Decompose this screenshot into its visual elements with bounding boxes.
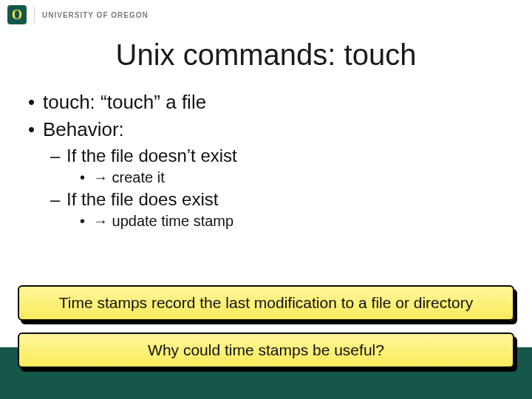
bullet-dot-icon: • [80,169,93,186]
slide-header: O UNIVERSITY OF OREGON [0,0,532,27]
bullet-text: If the file does exist [66,189,218,210]
slide-body: • touch: “touch” a file • Behavior: – If… [0,72,532,230]
bullet-level2: – If the file does exist [50,189,504,210]
bullet-text: → create it [93,169,165,186]
callout-box: Time stamps record the last modification… [18,285,514,321]
bullet-dash-icon: – [50,189,66,210]
university-name: UNIVERSITY OF OREGON [42,11,149,19]
bullet-dash-icon: – [50,146,66,166]
bullet-level2: – If the file doesn’t exist [50,146,504,166]
slide-title: Unix commands: touch [0,38,532,72]
bullet-dot-icon: • [28,91,43,114]
bullet-dot-icon: • [80,213,93,230]
bullet-level1: • Behavior: [28,118,504,141]
bullet-text: → update time stamp [93,213,233,230]
bullet-text: If the file doesn’t exist [66,146,237,166]
uo-logo-letter: O [12,7,22,23]
callout-box: Why could time stamps be useful? [18,332,514,368]
bullet-level3: • → create it [80,169,504,186]
bullet-dot-icon: • [28,118,43,141]
callout-stack: Time stamps record the last modification… [0,285,532,380]
bullet-level3: • → update time stamp [80,213,504,230]
bullet-level1: • touch: “touch” a file [28,91,504,114]
uo-logo: O [7,5,27,24]
bullet-text: touch: “touch” a file [43,91,206,114]
bullet-text: Behavior: [43,118,124,141]
header-divider [34,7,35,23]
